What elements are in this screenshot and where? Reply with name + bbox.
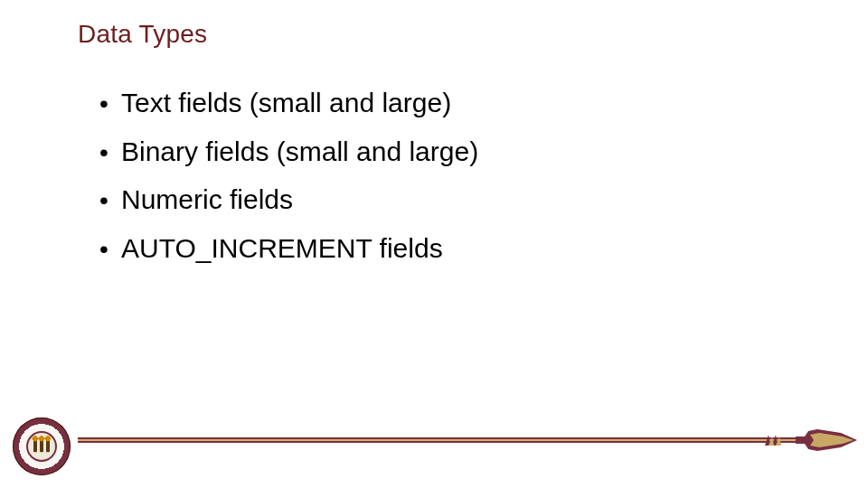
- spear-divider-icon: [78, 435, 859, 447]
- bullet-list: • Text fields (small and large) • Binary…: [99, 86, 478, 279]
- bullet-icon: •: [99, 188, 121, 213]
- seal-year: 1851: [34, 461, 48, 466]
- list-item-text: Numeric fields: [121, 183, 293, 217]
- slide-title: Data Types: [78, 20, 207, 49]
- list-item-text: AUTO_INCREMENT fields: [121, 231, 443, 266]
- list-item: • Numeric fields: [99, 183, 478, 217]
- bullet-icon: •: [99, 237, 121, 262]
- bullet-icon: •: [99, 140, 121, 165]
- footer: 1851: [0, 398, 868, 488]
- list-item: • Text fields (small and large): [99, 86, 478, 120]
- list-item-text: Text fields (small and large): [121, 86, 451, 120]
- university-seal-icon: 1851: [13, 418, 71, 475]
- bullet-icon: •: [99, 91, 121, 117]
- list-item-text: Binary fields (small and large): [121, 135, 478, 169]
- feather-icon: [763, 433, 787, 447]
- spearhead-icon: [796, 427, 859, 453]
- list-item: • Binary fields (small and large): [99, 135, 478, 169]
- slide: Data Types • Text fields (small and larg…: [0, 0, 868, 488]
- list-item: • AUTO_INCREMENT fields: [99, 231, 478, 266]
